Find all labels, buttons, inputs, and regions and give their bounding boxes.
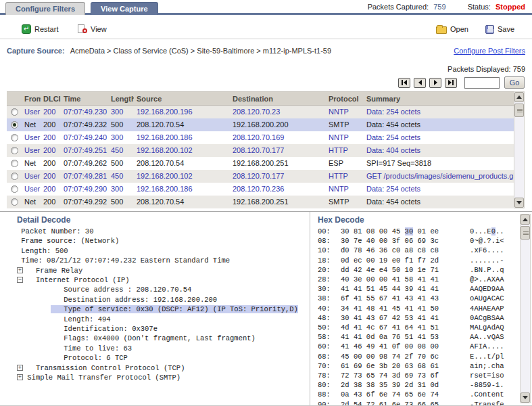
tab-configure-filters[interactable]: Configure Filters	[5, 2, 85, 15]
next-page-icon	[434, 80, 437, 85]
table-row[interactable]: Net20007:07:49.232500208.120.70.54192.16…	[7, 118, 514, 131]
table-scroll-down-icon[interactable]	[514, 198, 524, 208]
table-scrollbar[interactable]	[514, 91, 525, 208]
detail-line: Time: 08/21/12 07:07:49.232 Eastern Stan…	[17, 256, 310, 265]
restart-label: Restart	[34, 25, 58, 33]
hex-row: 80:2d 38 38 35 39 2d 31 0d-8859-1.	[318, 380, 532, 390]
packet-radio[interactable]	[11, 198, 18, 206]
cell-time: 07:07:49.281	[61, 170, 108, 183]
cell-time: 07:07:49.290	[61, 183, 108, 196]
hex-ascii: E...t/pl	[470, 353, 504, 361]
detail-line: Frame source: (Network)	[17, 236, 310, 246]
hex-decode-title: Hex Decode	[318, 215, 532, 225]
hex-scrollbar-thumb[interactable]	[521, 226, 530, 240]
table-row[interactable]: User20007:07:49.251450192.168.200.102208…	[7, 144, 514, 157]
table-scrollbar-thumb[interactable]	[514, 104, 524, 117]
collapse-icon[interactable]: −	[17, 277, 23, 283]
prev-page-button[interactable]	[414, 78, 426, 88]
detail-line: Length: 500	[17, 246, 310, 256]
detail-line: Destination address: 192.168.200.200	[17, 295, 310, 304]
radio-cell	[7, 170, 22, 183]
hex-bytes: 4d 41 4c 67 41 64 41 51	[341, 323, 439, 332]
hex-ascii: AFIA....	[470, 342, 504, 351]
hex-ascii: .......-	[470, 256, 504, 265]
restart-button[interactable]: ↵ Restart	[22, 23, 58, 35]
next-page-button[interactable]	[429, 78, 441, 88]
expand-icon[interactable]: +	[17, 374, 23, 380]
cell-summary: Data: 454 octets	[364, 118, 514, 131]
last-page-button[interactable]	[445, 78, 457, 88]
save-button[interactable]: Save	[485, 23, 514, 35]
packet-radio[interactable]	[11, 160, 18, 167]
detail-line: Time to live: 63	[17, 344, 310, 353]
hex-ascii: .Content	[470, 390, 504, 399]
packet-radio[interactable]	[11, 173, 18, 180]
hex-scroll-down-icon[interactable]	[521, 392, 530, 403]
expand-icon[interactable]: +	[17, 267, 23, 273]
hex-ascii: rset=iso	[470, 371, 504, 380]
view-button[interactable]: View	[78, 23, 107, 35]
hex-ascii: oAUgACAC	[470, 294, 504, 302]
view-icon	[78, 24, 87, 34]
cell-source: 192.168.200.102	[134, 170, 230, 183]
highlighted-field: Type of service: 0x30 (DSCP: AF12) (IP T…	[51, 305, 297, 313]
cell-summary: Data: 404 octets	[364, 144, 514, 157]
first-page-button[interactable]	[398, 78, 410, 88]
hex-row: 88:0a 43 6f 6e 74 65 6e 74.Content	[318, 390, 532, 399]
hex-row: 10:d0 78 46 36 c0 a8 c8 c8.xF6....	[318, 246, 532, 255]
configure-post-filters-link[interactable]: Configure Post Filters	[454, 47, 525, 55]
header-destination: Destination	[230, 92, 326, 105]
cell-destination: 208.120.70.177	[230, 144, 326, 157]
cell-dlci: 200	[41, 118, 61, 131]
go-button[interactable]: Go	[504, 76, 525, 89]
cell-from: User	[22, 144, 41, 157]
hex-scrollbar[interactable]	[520, 214, 531, 403]
cell-dlci: 200	[41, 170, 61, 183]
cell-destination: 192.168.200.251	[230, 157, 326, 170]
radio-cell	[7, 118, 22, 131]
cell-length: 300	[108, 106, 134, 118]
table-row[interactable]: User20007:07:49.281450192.168.200.102208…	[7, 170, 514, 183]
hex-bytes: 0a 43 6f 6e 74 65 6e 74	[341, 390, 439, 399]
table-row[interactable]: User20007:07:49.230300192.168.200.196208…	[7, 106, 514, 118]
table-row[interactable]: Net20007:07:49.262500208.120.70.54192.16…	[7, 157, 514, 170]
hex-offset: 60:	[318, 342, 334, 351]
hex-bytes: 40 3e 00 00 41 58 41 41	[341, 275, 439, 284]
packet-radio[interactable]	[11, 108, 18, 116]
status-value: Stopped	[495, 3, 525, 11]
detail-line: Protocol: 6 TCP	[17, 353, 310, 363]
hex-rows: 00:30 81 08 00 45 30 01 ee0...E0..08:30 …	[318, 227, 532, 405]
page-number-input[interactable]	[464, 77, 500, 89]
open-button[interactable]: Open	[436, 23, 468, 35]
hex-bytes: 30 81 08 00 45 30 01 ee	[341, 227, 439, 235]
packet-radio[interactable]	[11, 185, 18, 193]
cell-destination: 208.120.70.177	[230, 170, 326, 183]
cell-time: 07:07:49.230	[61, 106, 108, 118]
hex-scroll-up-icon[interactable]	[521, 215, 530, 225]
hex-ascii: -Transfe	[470, 401, 504, 405]
packet-radio[interactable]	[11, 121, 18, 129]
expand-icon[interactable]: +	[17, 365, 23, 371]
table-row[interactable]: User20007:07:49.290300192.168.200.186208…	[7, 183, 514, 196]
cell-source: 192.168.200.102	[134, 144, 230, 157]
detail-line: + Transmission Control Protocol (TCP)	[17, 363, 310, 373]
hex-bytes: 41 41 0d 0a 76 51 41 53	[341, 333, 439, 341]
table-row[interactable]: Net20007:07:49.292500208.120.70.54192.16…	[7, 196, 514, 208]
status-label: Status:	[468, 3, 491, 11]
hex-bytes: 2d 38 38 35 39 2d 31 0d	[341, 381, 439, 389]
cell-destination: 208.120.70.236	[230, 183, 326, 196]
decode-panels: Detail Decode Packet Number: 30 Frame so…	[0, 211, 532, 406]
prev-page-icon	[418, 80, 422, 85]
hex-offset: 80:	[318, 380, 334, 390]
packet-radio[interactable]	[11, 134, 18, 141]
packet-radio[interactable]	[11, 147, 18, 154]
table-row[interactable]: User20007:07:49.240300192.168.200.186208…	[7, 131, 514, 144]
cell-source: 208.120.70.54	[134, 196, 230, 208]
hex-row: 28:40 3e 00 00 41 58 41 41@>..AXAA	[318, 275, 532, 284]
cell-source: 192.168.200.186	[134, 183, 230, 196]
cell-length: 450	[108, 144, 134, 157]
tab-view-capture[interactable]: View Capture	[91, 2, 158, 15]
hex-ascii: 0ACgBSAA	[470, 314, 504, 322]
table-scroll-up-icon[interactable]	[514, 92, 524, 102]
cell-protocol: ESP	[326, 157, 364, 170]
